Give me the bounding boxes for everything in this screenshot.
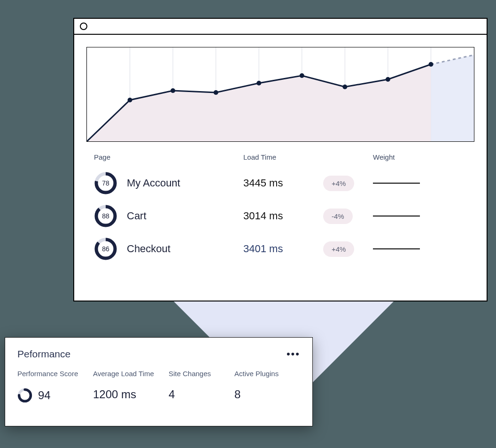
header-load: Load Time bbox=[243, 153, 373, 161]
load-time: 3401 ms bbox=[243, 243, 323, 255]
performance-card-title: Peformance bbox=[17, 348, 70, 360]
score-value: 78 bbox=[94, 171, 117, 195]
score-gauge: 88 bbox=[94, 204, 117, 228]
perf-changes-value: 4 bbox=[169, 388, 175, 401]
weight-sparkline bbox=[373, 183, 420, 184]
svg-point-14 bbox=[300, 73, 304, 78]
delta-badge: +4% bbox=[323, 241, 354, 257]
score-gauge: 78 bbox=[94, 171, 117, 195]
window-titlebar bbox=[74, 19, 487, 35]
page-name: My Account bbox=[127, 177, 180, 189]
perf-changes-label: Site Changes bbox=[169, 370, 234, 378]
more-icon[interactable]: ••• bbox=[287, 348, 300, 360]
load-time: 3014 ms bbox=[243, 210, 323, 222]
performance-chart bbox=[86, 47, 474, 142]
weight-sparkline bbox=[373, 248, 420, 249]
perf-plugins-value: 8 bbox=[234, 388, 240, 401]
svg-point-15 bbox=[342, 85, 347, 89]
score-value: 88 bbox=[94, 204, 117, 228]
perf-avg-value: 1200 ms bbox=[93, 388, 136, 401]
table-body: 78 My Account 3445 ms +4% 88 Cart bbox=[94, 167, 467, 265]
delta-badge: +4% bbox=[323, 176, 354, 191]
gauge-icon bbox=[17, 388, 32, 403]
header-weight: Weight bbox=[373, 153, 467, 161]
performance-card: Peformance ••• Performance Score 94 Aver… bbox=[5, 337, 313, 426]
perf-plugins-label: Active Plugins bbox=[234, 370, 300, 378]
score-value: 86 bbox=[94, 237, 117, 261]
page-name: Cart bbox=[127, 210, 147, 222]
dashboard-window: Page Load Time Weight 78 My Account 3445… bbox=[73, 18, 488, 301]
perf-avg-label: Average Load Time bbox=[93, 370, 169, 378]
svg-point-16 bbox=[386, 77, 390, 82]
svg-point-12 bbox=[214, 90, 218, 95]
table-row[interactable]: 88 Cart 3014 ms -4% bbox=[94, 200, 467, 232]
score-gauge: 86 bbox=[94, 237, 117, 261]
table-row[interactable]: 78 My Account 3445 ms +4% bbox=[94, 167, 467, 200]
table-headers: Page Load Time Weight bbox=[94, 153, 467, 161]
weight-sparkline bbox=[373, 216, 420, 216]
svg-point-10 bbox=[128, 98, 132, 102]
header-page: Page bbox=[94, 153, 243, 161]
perf-score-label: Performance Score bbox=[17, 370, 93, 378]
load-time: 3445 ms bbox=[243, 177, 323, 189]
delta-badge: -4% bbox=[323, 209, 353, 224]
svg-point-13 bbox=[256, 81, 261, 85]
page-name: Checkout bbox=[127, 243, 170, 255]
svg-point-11 bbox=[170, 88, 175, 93]
svg-point-17 bbox=[428, 62, 433, 67]
perf-score-value: 94 bbox=[38, 389, 51, 402]
table-row[interactable]: 86 Checkout 3401 ms +4% bbox=[94, 232, 467, 265]
window-control-icon[interactable] bbox=[80, 23, 87, 30]
